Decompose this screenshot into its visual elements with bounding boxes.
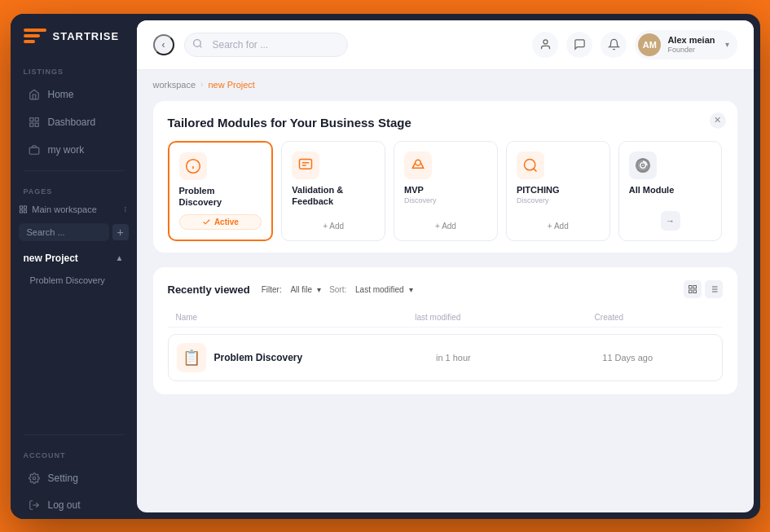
sidebar-item-dashboard[interactable]: Dashboard xyxy=(15,109,132,135)
app-container: STARTRISE LISTINGS Home Dashboard my wor… xyxy=(11,14,760,519)
module-card-validation[interactable]: Validation &Feedback + Add xyxy=(281,141,385,242)
pitching-bottom: + Add xyxy=(517,222,600,231)
filter-chevron-icon: ▾ xyxy=(317,285,321,294)
svg-rect-25 xyxy=(689,290,692,293)
sidebar-search-input[interactable]: Search ... xyxy=(19,223,109,241)
svg-rect-5 xyxy=(20,205,22,208)
sidebar-item-home-label: Home xyxy=(48,89,74,100)
module-card-all[interactable]: All Module → xyxy=(618,141,723,242)
header-icons: AM Alex meian Founder ▾ xyxy=(532,30,737,59)
row-name: Problem Discovery xyxy=(214,352,436,363)
chat-icon xyxy=(574,38,586,51)
notification-icon-button[interactable] xyxy=(601,32,627,58)
module-card-problem-discovery[interactable]: ProblemDiscovery Active xyxy=(168,141,274,242)
svg-rect-6 xyxy=(24,205,26,208)
sidebar-item-home[interactable]: Home xyxy=(15,81,132,108)
pages-label: PAGES xyxy=(11,178,137,200)
svg-line-15 xyxy=(200,46,201,47)
svg-rect-22 xyxy=(689,286,692,289)
svg-rect-3 xyxy=(29,123,33,126)
filter-value: All file xyxy=(290,285,312,294)
all-module-arrow-btn[interactable]: → xyxy=(661,211,680,231)
svg-rect-18 xyxy=(300,159,312,169)
pitching-sub: Discovery xyxy=(517,196,600,204)
user-menu[interactable]: AM Alex meian Founder ▾ xyxy=(635,30,737,59)
sidebar-add-button[interactable]: + xyxy=(112,224,129,240)
message-icon-button[interactable] xyxy=(566,32,592,58)
mvp-sub: Discovery xyxy=(404,196,487,204)
table-row[interactable]: 📋 Problem Discovery in 1 hour 11 Days ag… xyxy=(168,334,723,381)
modules-close-button[interactable]: ✕ xyxy=(710,112,726,129)
problem-discovery-bottom: Active xyxy=(179,214,262,230)
svg-point-16 xyxy=(543,40,548,44)
breadcrumb-workspace[interactable]: workspace xyxy=(153,80,196,90)
sort-chevron-icon: ▾ xyxy=(409,285,413,294)
project-collapse-arrow: ▲ xyxy=(116,253,124,262)
search-input[interactable] xyxy=(184,33,349,57)
row-icon: 📋 xyxy=(177,343,206,372)
profile-icon-button[interactable] xyxy=(532,32,558,58)
sidebar-item-logout[interactable]: Log out xyxy=(15,492,132,518)
col-header-created: Created xyxy=(595,313,715,322)
mvp-icon xyxy=(404,152,432,179)
svg-rect-24 xyxy=(693,290,697,293)
sidebar-bottom-divider xyxy=(24,434,124,435)
sidebar: STARTRISE LISTINGS Home Dashboard my wor… xyxy=(11,14,137,519)
list-view-button[interactable] xyxy=(705,280,723,298)
more-icon xyxy=(122,205,129,213)
breadcrumb-separator: › xyxy=(200,80,203,89)
page-body: Tailored Modules for Your Business Stage… xyxy=(137,90,754,512)
col-header-modified: last modified xyxy=(415,313,594,322)
all-module-icon xyxy=(629,152,657,179)
svg-point-9 xyxy=(125,207,125,208)
sidebar-item-mywork[interactable]: my work xyxy=(15,137,132,163)
view-toggle xyxy=(684,280,723,298)
logout-label: Log out xyxy=(48,499,81,511)
header: ‹ AM xyxy=(137,20,754,70)
modules-card: Tailored Modules for Your Business Stage… xyxy=(153,101,737,253)
listings-label: LISTINGS xyxy=(11,58,137,81)
svg-point-21 xyxy=(641,164,644,166)
user-chevron-icon: ▾ xyxy=(725,40,729,49)
svg-point-14 xyxy=(193,39,200,46)
main-workspace-item[interactable]: Main workspace xyxy=(32,204,117,214)
logo-icon xyxy=(24,29,46,45)
mvp-add-btn[interactable]: + Add xyxy=(404,222,487,231)
all-module-bottom: → xyxy=(629,211,712,231)
project-header[interactable]: new Project ▲ xyxy=(11,246,137,270)
validation-add-btn[interactable]: + Add xyxy=(292,222,375,231)
sidebar-item-mywork-label: my work xyxy=(48,144,85,156)
logout-icon xyxy=(29,499,40,511)
sidebar-item-dashboard-label: Dashboard xyxy=(48,117,96,128)
bell-icon xyxy=(608,38,620,51)
sidebar-toggle-button[interactable]: ‹ xyxy=(153,34,174,55)
account-label: ACCOUNT xyxy=(11,442,137,464)
user-info: Alex meian Founder xyxy=(667,34,715,55)
filter-control[interactable]: Filter: All file ▾ xyxy=(262,285,321,294)
user-role: Founder xyxy=(667,46,715,55)
sort-value: Last modified xyxy=(355,285,403,294)
dashboard-icon xyxy=(29,117,40,128)
pitching-add-label: + Add xyxy=(548,222,569,231)
breadcrumb: workspace › new Project xyxy=(137,70,754,90)
project-name: new Project xyxy=(24,253,78,264)
main-content: ‹ AM xyxy=(137,20,754,512)
module-card-pitching[interactable]: PITCHING Discovery + Add xyxy=(506,141,610,242)
mvp-add-label: + Add xyxy=(435,222,456,231)
sidebar-sub-item-problem-discovery[interactable]: Problem Discovery xyxy=(11,270,137,290)
search-icon xyxy=(192,38,203,51)
setting-label: Setting xyxy=(48,473,78,484)
sidebar-item-setting[interactable]: Setting xyxy=(15,465,132,491)
validation-icon xyxy=(292,152,319,179)
sort-control[interactable]: Sort: Last modified ▾ xyxy=(329,285,412,294)
sidebar-bottom: ACCOUNT Setting Log out xyxy=(11,428,137,519)
pitching-name: PITCHING xyxy=(517,184,600,196)
breadcrumb-current: new Project xyxy=(208,80,254,90)
grid-view-button[interactable] xyxy=(684,280,702,298)
active-badge: Active xyxy=(179,214,262,230)
pitching-add-btn[interactable]: + Add xyxy=(517,222,600,231)
recently-section: Recently viewed Filter: All file ▾ Sort:… xyxy=(153,267,737,394)
module-card-mvp[interactable]: MVP Discovery + Add xyxy=(394,141,498,242)
recently-header: Recently viewed Filter: All file ▾ Sort:… xyxy=(168,280,723,298)
pitching-icon xyxy=(517,152,544,179)
